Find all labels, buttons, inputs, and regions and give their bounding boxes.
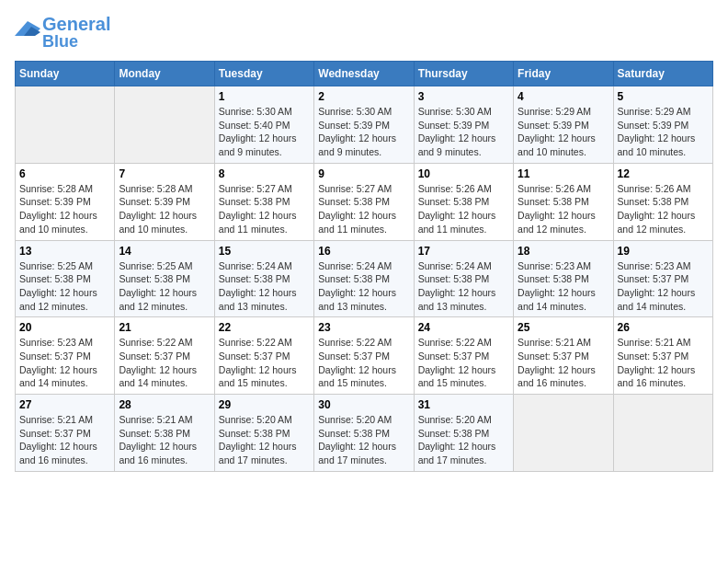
column-header-friday: Friday [514,62,613,86]
day-number: 4 [518,90,609,103]
day-info: Sunrise: 5:25 AM Sunset: 5:38 PM Dayligh… [119,259,210,314]
day-number: 16 [318,245,409,258]
day-cell: 20Sunrise: 5:23 AM Sunset: 5:37 PM Dayli… [16,317,115,395]
day-number: 18 [518,245,609,258]
day-info: Sunrise: 5:20 AM Sunset: 5:38 PM Dayligh… [318,413,409,467]
day-cell: 23Sunrise: 5:22 AM Sunset: 5:37 PM Dayli… [314,317,414,395]
day-cell [115,86,214,164]
day-cell: 21Sunrise: 5:22 AM Sunset: 5:37 PM Dayli… [115,317,214,395]
day-cell [16,86,115,164]
page-header: General Blue [15,15,713,50]
day-number: 9 [318,167,409,180]
day-cell: 6Sunrise: 5:28 AM Sunset: 5:39 PM Daylig… [16,163,115,240]
day-cell: 18Sunrise: 5:23 AM Sunset: 5:38 PM Dayli… [514,240,613,317]
day-info: Sunrise: 5:23 AM Sunset: 5:37 PM Dayligh… [19,336,110,390]
logo: General Blue [15,15,110,50]
day-cell: 1Sunrise: 5:30 AM Sunset: 5:40 PM Daylig… [214,86,313,164]
day-cell: 9Sunrise: 5:27 AM Sunset: 5:38 PM Daylig… [314,163,414,240]
day-number: 29 [219,398,310,411]
column-header-tuesday: Tuesday [214,62,313,86]
day-number: 1 [219,90,310,103]
day-info: Sunrise: 5:20 AM Sunset: 5:38 PM Dayligh… [219,413,310,467]
day-number: 27 [19,398,110,411]
calendar-table: SundayMondayTuesdayWednesdayThursdayFrid… [15,61,713,472]
day-number: 7 [119,167,210,180]
day-info: Sunrise: 5:23 AM Sunset: 5:37 PM Dayligh… [618,259,709,314]
day-cell: 8Sunrise: 5:27 AM Sunset: 5:38 PM Daylig… [214,163,313,240]
calendar-header-row: SundayMondayTuesdayWednesdayThursdayFrid… [16,62,713,86]
day-info: Sunrise: 5:29 AM Sunset: 5:39 PM Dayligh… [618,105,709,159]
day-cell: 24Sunrise: 5:22 AM Sunset: 5:37 PM Dayli… [414,317,513,395]
day-info: Sunrise: 5:28 AM Sunset: 5:39 PM Dayligh… [119,182,210,236]
day-number: 10 [418,167,509,180]
day-cell: 7Sunrise: 5:28 AM Sunset: 5:39 PM Daylig… [115,163,214,240]
day-number: 23 [318,321,409,334]
column-header-monday: Monday [115,62,214,86]
column-header-saturday: Saturday [613,62,712,86]
day-number: 31 [418,398,509,411]
day-info: Sunrise: 5:23 AM Sunset: 5:38 PM Dayligh… [518,259,609,314]
day-cell: 27Sunrise: 5:21 AM Sunset: 5:37 PM Dayli… [16,395,115,472]
day-number: 6 [19,167,110,180]
day-info: Sunrise: 5:30 AM Sunset: 5:39 PM Dayligh… [418,105,509,159]
week-row-5: 27Sunrise: 5:21 AM Sunset: 5:37 PM Dayli… [16,395,713,472]
day-number: 24 [418,321,509,334]
day-info: Sunrise: 5:21 AM Sunset: 5:37 PM Dayligh… [618,336,709,390]
day-cell: 30Sunrise: 5:20 AM Sunset: 5:38 PM Dayli… [314,395,414,472]
day-info: Sunrise: 5:29 AM Sunset: 5:39 PM Dayligh… [518,105,609,159]
day-cell: 16Sunrise: 5:24 AM Sunset: 5:38 PM Dayli… [314,240,414,317]
day-cell: 10Sunrise: 5:26 AM Sunset: 5:38 PM Dayli… [414,163,513,240]
day-cell: 14Sunrise: 5:25 AM Sunset: 5:38 PM Dayli… [115,240,214,317]
day-info: Sunrise: 5:21 AM Sunset: 5:37 PM Dayligh… [19,413,110,467]
day-info: Sunrise: 5:22 AM Sunset: 5:37 PM Dayligh… [418,336,509,390]
week-row-4: 20Sunrise: 5:23 AM Sunset: 5:37 PM Dayli… [16,317,713,395]
day-number: 21 [119,321,210,334]
day-info: Sunrise: 5:26 AM Sunset: 5:38 PM Dayligh… [618,182,709,236]
day-cell: 19Sunrise: 5:23 AM Sunset: 5:37 PM Dayli… [613,240,712,317]
day-info: Sunrise: 5:25 AM Sunset: 5:38 PM Dayligh… [19,259,110,314]
day-number: 14 [119,245,210,258]
column-header-wednesday: Wednesday [314,62,414,86]
day-cell: 13Sunrise: 5:25 AM Sunset: 5:38 PM Dayli… [16,240,115,317]
day-info: Sunrise: 5:26 AM Sunset: 5:38 PM Dayligh… [518,182,609,236]
day-number: 26 [618,321,709,334]
day-cell: 15Sunrise: 5:24 AM Sunset: 5:38 PM Dayli… [214,240,313,317]
day-cell: 28Sunrise: 5:21 AM Sunset: 5:38 PM Dayli… [115,395,214,472]
day-info: Sunrise: 5:24 AM Sunset: 5:38 PM Dayligh… [219,259,310,314]
day-cell: 29Sunrise: 5:20 AM Sunset: 5:38 PM Dayli… [214,395,313,472]
day-info: Sunrise: 5:22 AM Sunset: 5:37 PM Dayligh… [119,336,210,390]
day-info: Sunrise: 5:22 AM Sunset: 5:37 PM Dayligh… [219,336,310,390]
day-number: 25 [518,321,609,334]
day-number: 19 [618,245,709,258]
day-number: 28 [119,398,210,411]
day-cell [514,395,613,472]
day-cell: 12Sunrise: 5:26 AM Sunset: 5:38 PM Dayli… [613,163,712,240]
day-info: Sunrise: 5:21 AM Sunset: 5:38 PM Dayligh… [119,413,210,467]
day-cell: 4Sunrise: 5:29 AM Sunset: 5:39 PM Daylig… [514,86,613,164]
day-info: Sunrise: 5:26 AM Sunset: 5:38 PM Dayligh… [418,182,509,236]
day-cell: 25Sunrise: 5:21 AM Sunset: 5:37 PM Dayli… [514,317,613,395]
day-number: 13 [19,245,110,258]
day-cell: 2Sunrise: 5:30 AM Sunset: 5:39 PM Daylig… [314,86,414,164]
day-number: 2 [318,90,409,103]
logo-icon [15,19,40,40]
day-number: 12 [618,167,709,180]
day-info: Sunrise: 5:20 AM Sunset: 5:38 PM Dayligh… [418,413,509,467]
week-row-1: 1Sunrise: 5:30 AM Sunset: 5:40 PM Daylig… [16,86,713,164]
day-cell: 26Sunrise: 5:21 AM Sunset: 5:37 PM Dayli… [613,317,712,395]
day-info: Sunrise: 5:27 AM Sunset: 5:38 PM Dayligh… [219,182,310,236]
day-number: 30 [318,398,409,411]
day-info: Sunrise: 5:22 AM Sunset: 5:37 PM Dayligh… [318,336,409,390]
day-info: Sunrise: 5:24 AM Sunset: 5:38 PM Dayligh… [418,259,509,314]
day-cell [613,395,712,472]
day-info: Sunrise: 5:28 AM Sunset: 5:39 PM Dayligh… [19,182,110,236]
day-cell: 11Sunrise: 5:26 AM Sunset: 5:38 PM Dayli… [514,163,613,240]
day-cell: 5Sunrise: 5:29 AM Sunset: 5:39 PM Daylig… [613,86,712,164]
day-cell: 31Sunrise: 5:20 AM Sunset: 5:38 PM Dayli… [414,395,513,472]
column-header-thursday: Thursday [414,62,513,86]
day-cell: 17Sunrise: 5:24 AM Sunset: 5:38 PM Dayli… [414,240,513,317]
day-number: 5 [618,90,709,103]
day-number: 8 [219,167,310,180]
week-row-3: 13Sunrise: 5:25 AM Sunset: 5:38 PM Dayli… [16,240,713,317]
day-number: 17 [418,245,509,258]
